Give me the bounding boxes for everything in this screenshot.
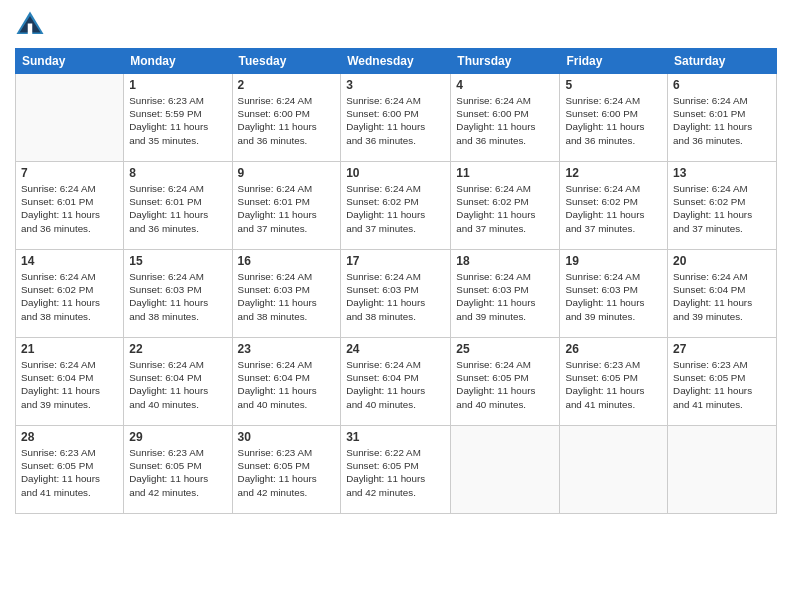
day-detail: Sunrise: 6:24 AM Sunset: 6:02 PM Dayligh… [346,182,445,235]
calendar-cell: 1Sunrise: 6:23 AM Sunset: 5:59 PM Daylig… [124,74,232,162]
calendar-cell: 18Sunrise: 6:24 AM Sunset: 6:03 PM Dayli… [451,250,560,338]
day-number: 1 [129,78,226,92]
day-detail: Sunrise: 6:24 AM Sunset: 6:01 PM Dayligh… [21,182,118,235]
calendar-cell: 19Sunrise: 6:24 AM Sunset: 6:03 PM Dayli… [560,250,668,338]
calendar-cell: 7Sunrise: 6:24 AM Sunset: 6:01 PM Daylig… [16,162,124,250]
day-of-week-header: Friday [560,49,668,74]
calendar-cell: 12Sunrise: 6:24 AM Sunset: 6:02 PM Dayli… [560,162,668,250]
logo-icon [15,10,45,40]
day-detail: Sunrise: 6:24 AM Sunset: 6:04 PM Dayligh… [21,358,118,411]
day-detail: Sunrise: 6:24 AM Sunset: 6:00 PM Dayligh… [346,94,445,147]
day-detail: Sunrise: 6:24 AM Sunset: 6:02 PM Dayligh… [21,270,118,323]
day-detail: Sunrise: 6:24 AM Sunset: 6:03 PM Dayligh… [129,270,226,323]
day-detail: Sunrise: 6:24 AM Sunset: 6:02 PM Dayligh… [456,182,554,235]
calendar-cell: 16Sunrise: 6:24 AM Sunset: 6:03 PM Dayli… [232,250,341,338]
day-number: 5 [565,78,662,92]
day-detail: Sunrise: 6:24 AM Sunset: 6:01 PM Dayligh… [238,182,336,235]
calendar-cell: 10Sunrise: 6:24 AM Sunset: 6:02 PM Dayli… [341,162,451,250]
day-detail: Sunrise: 6:23 AM Sunset: 6:05 PM Dayligh… [673,358,771,411]
calendar-cell: 11Sunrise: 6:24 AM Sunset: 6:02 PM Dayli… [451,162,560,250]
day-number: 10 [346,166,445,180]
calendar-cell: 8Sunrise: 6:24 AM Sunset: 6:01 PM Daylig… [124,162,232,250]
day-number: 13 [673,166,771,180]
calendar-cell: 13Sunrise: 6:24 AM Sunset: 6:02 PM Dayli… [668,162,777,250]
day-detail: Sunrise: 6:22 AM Sunset: 6:05 PM Dayligh… [346,446,445,499]
calendar-cell: 29Sunrise: 6:23 AM Sunset: 6:05 PM Dayli… [124,426,232,514]
day-number: 28 [21,430,118,444]
day-number: 7 [21,166,118,180]
day-detail: Sunrise: 6:23 AM Sunset: 5:59 PM Dayligh… [129,94,226,147]
day-detail: Sunrise: 6:23 AM Sunset: 6:05 PM Dayligh… [238,446,336,499]
logo [15,10,49,40]
calendar-cell: 3Sunrise: 6:24 AM Sunset: 6:00 PM Daylig… [341,74,451,162]
day-detail: Sunrise: 6:24 AM Sunset: 6:00 PM Dayligh… [238,94,336,147]
calendar-cell: 9Sunrise: 6:24 AM Sunset: 6:01 PM Daylig… [232,162,341,250]
day-number: 11 [456,166,554,180]
day-detail: Sunrise: 6:24 AM Sunset: 6:03 PM Dayligh… [238,270,336,323]
day-number: 16 [238,254,336,268]
calendar-week-row: 1Sunrise: 6:23 AM Sunset: 5:59 PM Daylig… [16,74,777,162]
calendar-cell: 30Sunrise: 6:23 AM Sunset: 6:05 PM Dayli… [232,426,341,514]
day-detail: Sunrise: 6:23 AM Sunset: 6:05 PM Dayligh… [565,358,662,411]
calendar-cell [668,426,777,514]
calendar-cell: 14Sunrise: 6:24 AM Sunset: 6:02 PM Dayli… [16,250,124,338]
calendar-week-row: 14Sunrise: 6:24 AM Sunset: 6:02 PM Dayli… [16,250,777,338]
day-number: 22 [129,342,226,356]
calendar-cell: 28Sunrise: 6:23 AM Sunset: 6:05 PM Dayli… [16,426,124,514]
day-detail: Sunrise: 6:24 AM Sunset: 6:04 PM Dayligh… [346,358,445,411]
day-number: 25 [456,342,554,356]
calendar-cell: 6Sunrise: 6:24 AM Sunset: 6:01 PM Daylig… [668,74,777,162]
day-of-week-header: Monday [124,49,232,74]
day-detail: Sunrise: 6:24 AM Sunset: 6:04 PM Dayligh… [673,270,771,323]
day-detail: Sunrise: 6:24 AM Sunset: 6:03 PM Dayligh… [456,270,554,323]
calendar-cell: 2Sunrise: 6:24 AM Sunset: 6:00 PM Daylig… [232,74,341,162]
day-detail: Sunrise: 6:24 AM Sunset: 6:03 PM Dayligh… [565,270,662,323]
calendar-cell: 15Sunrise: 6:24 AM Sunset: 6:03 PM Dayli… [124,250,232,338]
calendar-cell: 23Sunrise: 6:24 AM Sunset: 6:04 PM Dayli… [232,338,341,426]
day-of-week-header: Thursday [451,49,560,74]
calendar-cell: 27Sunrise: 6:23 AM Sunset: 6:05 PM Dayli… [668,338,777,426]
day-number: 26 [565,342,662,356]
day-number: 6 [673,78,771,92]
day-number: 14 [21,254,118,268]
calendar-week-row: 21Sunrise: 6:24 AM Sunset: 6:04 PM Dayli… [16,338,777,426]
day-detail: Sunrise: 6:24 AM Sunset: 6:02 PM Dayligh… [673,182,771,235]
calendar-cell [560,426,668,514]
calendar-cell: 17Sunrise: 6:24 AM Sunset: 6:03 PM Dayli… [341,250,451,338]
day-detail: Sunrise: 6:24 AM Sunset: 6:01 PM Dayligh… [673,94,771,147]
day-detail: Sunrise: 6:24 AM Sunset: 6:02 PM Dayligh… [565,182,662,235]
calendar-cell: 4Sunrise: 6:24 AM Sunset: 6:00 PM Daylig… [451,74,560,162]
calendar-cell [451,426,560,514]
day-detail: Sunrise: 6:24 AM Sunset: 6:05 PM Dayligh… [456,358,554,411]
day-detail: Sunrise: 6:24 AM Sunset: 6:04 PM Dayligh… [129,358,226,411]
day-of-week-header: Saturday [668,49,777,74]
svg-rect-2 [28,24,33,35]
day-of-week-header: Tuesday [232,49,341,74]
day-number: 8 [129,166,226,180]
day-number: 18 [456,254,554,268]
calendar-cell: 24Sunrise: 6:24 AM Sunset: 6:04 PM Dayli… [341,338,451,426]
calendar-week-row: 28Sunrise: 6:23 AM Sunset: 6:05 PM Dayli… [16,426,777,514]
day-number: 24 [346,342,445,356]
calendar-cell: 20Sunrise: 6:24 AM Sunset: 6:04 PM Dayli… [668,250,777,338]
day-number: 17 [346,254,445,268]
day-detail: Sunrise: 6:24 AM Sunset: 6:03 PM Dayligh… [346,270,445,323]
day-number: 27 [673,342,771,356]
day-number: 29 [129,430,226,444]
calendar-cell: 22Sunrise: 6:24 AM Sunset: 6:04 PM Dayli… [124,338,232,426]
day-of-week-header: Wednesday [341,49,451,74]
day-detail: Sunrise: 6:24 AM Sunset: 6:00 PM Dayligh… [565,94,662,147]
day-number: 23 [238,342,336,356]
page: SundayMondayTuesdayWednesdayThursdayFrid… [0,0,792,612]
day-detail: Sunrise: 6:24 AM Sunset: 6:00 PM Dayligh… [456,94,554,147]
day-number: 4 [456,78,554,92]
calendar-cell: 21Sunrise: 6:24 AM Sunset: 6:04 PM Dayli… [16,338,124,426]
day-number: 19 [565,254,662,268]
calendar-table: SundayMondayTuesdayWednesdayThursdayFrid… [15,48,777,514]
day-number: 31 [346,430,445,444]
day-number: 20 [673,254,771,268]
day-of-week-header: Sunday [16,49,124,74]
day-number: 3 [346,78,445,92]
day-number: 21 [21,342,118,356]
calendar-cell: 25Sunrise: 6:24 AM Sunset: 6:05 PM Dayli… [451,338,560,426]
